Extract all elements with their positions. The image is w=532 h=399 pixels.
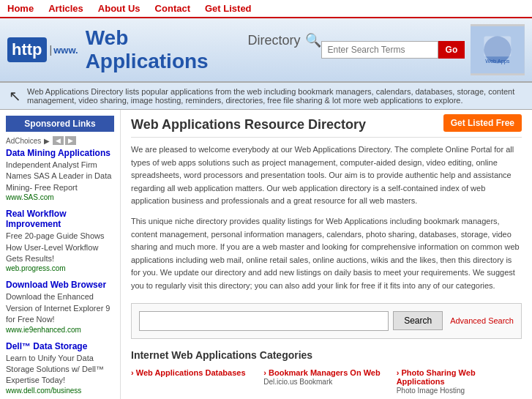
category-desc-1: Del.icio.us Bookmark bbox=[263, 377, 389, 387]
sidebar-ad-2-title[interactable]: Real Workflow Improvement bbox=[6, 209, 114, 229]
site-logo: http | www. bbox=[7, 37, 78, 62]
svg-rect-2 bbox=[484, 37, 512, 57]
sidebar-ad-2-text: Free 20-page Guide Shows How User-Level … bbox=[6, 231, 114, 264]
category-link-1[interactable]: › Bookmark Managers On Web bbox=[263, 368, 389, 377]
category-desc-2: Photo Image Hosting bbox=[397, 386, 522, 396]
categories-grid: › Web Applications Databases › Bookmark … bbox=[131, 368, 522, 399]
sidebar-ad-3-title[interactable]: Download Web Browser bbox=[6, 280, 114, 290]
top-navigation: Home Articles About Us Contact Get Liste… bbox=[0, 0, 532, 18]
nav-about[interactable]: About Us bbox=[98, 3, 141, 14]
header-description: ↖ Web Applications Directory lists popul… bbox=[0, 83, 532, 110]
category-item-2: › Photo Sharing Web Applications Photo I… bbox=[397, 368, 522, 396]
main-search-input[interactable] bbox=[139, 311, 389, 331]
header-title-group: Web Applications Directory 🔍 bbox=[86, 26, 321, 73]
sidebar-ad-1-url: www.SAS.com bbox=[6, 193, 114, 201]
header-search-button[interactable]: Go bbox=[438, 41, 465, 59]
content-header-row: Get Listed Free Web Applications Resourc… bbox=[131, 117, 522, 143]
logo-separator: | bbox=[50, 44, 53, 56]
nav-articles[interactable]: Articles bbox=[48, 3, 83, 14]
next-arrow[interactable]: ▶ bbox=[65, 136, 76, 145]
sidebar-nav-arrows[interactable]: ◀ ▶ bbox=[53, 136, 76, 145]
adchoices-label: AdChoices bbox=[6, 137, 41, 145]
header-decorative-image: Web Apps bbox=[471, 24, 525, 75]
header-search-input[interactable] bbox=[321, 41, 438, 59]
sidebar-ad-1-text: Independent Analyst Firm Names SAS A Lea… bbox=[6, 160, 114, 193]
main-search-button[interactable]: Search bbox=[393, 311, 443, 330]
sidebar-ad-2-url: web.progress.com bbox=[6, 264, 114, 272]
sidebar-ad-2: Real Workflow Improvement Free 20-page G… bbox=[6, 209, 114, 272]
site-header: http | www. Web Applications Directory 🔍… bbox=[0, 18, 532, 83]
sidebar-title: Sponsored Links bbox=[6, 116, 114, 132]
sidebar-ad-1-title[interactable]: Data Mining Applications bbox=[6, 148, 114, 158]
content-description-2: This unique niche directory provides qua… bbox=[131, 215, 522, 293]
main-content: Get Listed Free Web Applications Resourc… bbox=[121, 110, 532, 399]
main-search-box: Search Advanced Search bbox=[131, 303, 522, 339]
sidebar-ad-3-url: www.ie9enhanced.com bbox=[6, 326, 114, 334]
main-layout: Sponsored Links AdChoices ▶ ◀ ▶ Data Min… bbox=[0, 110, 532, 399]
nav-contact[interactable]: Contact bbox=[155, 3, 190, 14]
categories-title: Internet Web Applications Categories bbox=[131, 349, 522, 361]
header-search-form: Go bbox=[321, 41, 465, 59]
nav-get-listed[interactable]: Get Listed bbox=[205, 3, 252, 14]
category-link-2[interactable]: › Photo Sharing Web Applications bbox=[397, 368, 522, 386]
sidebar-ad-4-title[interactable]: Dell™ Data Storage bbox=[6, 341, 114, 351]
logo-www-text: www. bbox=[53, 45, 78, 56]
prev-arrow[interactable]: ◀ bbox=[53, 136, 64, 145]
get-listed-button[interactable]: Get Listed Free bbox=[443, 114, 522, 132]
sidebar-ad-1: Data Mining Applications Independent Ana… bbox=[6, 148, 114, 201]
nav-home[interactable]: Home bbox=[7, 3, 34, 14]
adchoices-row: AdChoices ▶ ◀ ▶ bbox=[6, 136, 114, 145]
content-description-1: We are pleased to welcome everybody at o… bbox=[131, 143, 522, 208]
sidebar-ad-3: Download Web Browser Download the Enhanc… bbox=[6, 280, 114, 333]
sidebar-ad-4: Dell™ Data Storage Learn to Unify Your D… bbox=[6, 341, 114, 395]
advanced-search-link[interactable]: Advanced Search bbox=[450, 316, 514, 325]
svg-text:Web Apps: Web Apps bbox=[485, 58, 510, 64]
sidebar-ad-4-url: www.dell.com/business bbox=[6, 387, 114, 395]
sidebar-ad-3-text: Download the Enhanced Version of Interne… bbox=[6, 291, 114, 325]
category-item-0: › Web Applications Databases bbox=[131, 368, 256, 396]
sidebar-ad-4-text: Learn to Unify Your Data Storage Solutio… bbox=[6, 353, 114, 387]
header-main-title: Web Applications bbox=[86, 26, 236, 73]
adchoices-icon: ▶ bbox=[44, 137, 50, 145]
category-link-0[interactable]: › Web Applications Databases bbox=[131, 368, 256, 377]
category-item-1: › Bookmark Managers On Web Del.icio.us B… bbox=[263, 368, 389, 396]
cursor-icon: ↖ bbox=[9, 87, 21, 105]
header-desc-text: Web Applications Directory lists popular… bbox=[27, 87, 523, 105]
logo-http-text: http bbox=[7, 37, 47, 62]
header-subtitle: Directory bbox=[248, 33, 301, 48]
sidebar: Sponsored Links AdChoices ▶ ◀ ▶ Data Min… bbox=[0, 110, 121, 399]
